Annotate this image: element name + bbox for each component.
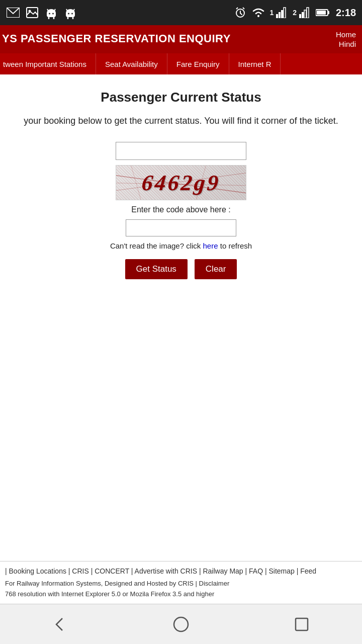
home-link[interactable]: Home xyxy=(336,30,356,39)
header-links: Home Hindi xyxy=(336,30,356,48)
description: your booking below to get the current st… xyxy=(24,114,338,128)
android2-icon xyxy=(63,6,77,20)
refresh-link[interactable]: here xyxy=(203,242,218,250)
svg-line-22 xyxy=(236,8,238,9)
nav-bar: tween Important Stations Seat Availabili… xyxy=(0,53,362,74)
header-title: YS PASSENGER RESERVATION ENQUIRY xyxy=(2,30,231,45)
bottom-nav xyxy=(0,604,362,644)
footer-info: For Railway Information Systems, Designe… xyxy=(0,579,362,604)
recents-button[interactable] xyxy=(282,609,322,639)
pnr-input[interactable] xyxy=(116,142,246,160)
wifi-icon xyxy=(251,6,265,20)
home-button[interactable] xyxy=(161,609,201,639)
signal1-icon xyxy=(275,6,289,20)
svg-rect-12 xyxy=(66,12,75,17)
button-row: Get Status Clear xyxy=(125,259,237,279)
enter-code-label: Enter the code above here : xyxy=(131,205,230,214)
get-status-button[interactable]: Get Status xyxy=(125,259,188,279)
svg-point-24 xyxy=(257,15,259,17)
status-bar-right: 1 2 xyxy=(233,6,356,20)
captcha-lines xyxy=(116,166,246,200)
svg-point-15 xyxy=(68,13,69,15)
svg-rect-35 xyxy=(317,11,326,15)
nav-item-fare-enquiry[interactable]: Fare Enquiry xyxy=(167,53,229,74)
signal2-icon xyxy=(298,6,312,20)
refresh-text: Can't read the image? click here to refr… xyxy=(110,242,252,250)
svg-rect-30 xyxy=(302,12,304,18)
hindi-link[interactable]: Hindi xyxy=(339,40,356,48)
footer-links: | Booking Locations | CRIS | CONCERT | A… xyxy=(0,561,362,579)
svg-rect-29 xyxy=(299,14,301,18)
mail-icon xyxy=(6,6,20,20)
nav-item-stations[interactable]: tween Important Stations xyxy=(0,53,96,74)
page-title: Passenger Current Status xyxy=(101,90,261,105)
svg-point-41 xyxy=(174,617,188,631)
status-bar-left xyxy=(6,6,77,20)
svg-line-13 xyxy=(66,9,67,11)
alarm-icon xyxy=(233,6,247,20)
nav-item-seat-availability[interactable]: Seat Availability xyxy=(96,53,167,74)
svg-line-39 xyxy=(131,166,141,200)
svg-rect-34 xyxy=(328,11,329,14)
svg-rect-4 xyxy=(47,12,56,17)
svg-line-6 xyxy=(54,9,55,11)
back-button[interactable] xyxy=(40,609,80,639)
svg-rect-26 xyxy=(279,12,281,18)
svg-point-16 xyxy=(71,13,73,15)
svg-rect-25 xyxy=(276,14,278,18)
clear-button[interactable]: Clear xyxy=(195,259,237,279)
header: YS PASSENGER RESERVATION ENQUIRY Home Hi… xyxy=(0,25,362,53)
battery-icon xyxy=(316,6,330,20)
captcha-input[interactable] xyxy=(126,219,236,236)
svg-line-5 xyxy=(47,9,48,11)
svg-rect-42 xyxy=(296,618,308,630)
svg-rect-31 xyxy=(304,10,306,18)
status-bar: 1 2 xyxy=(0,0,362,25)
signal1-group: 1 xyxy=(269,6,289,20)
main-content: Passenger Current Status your booking be… xyxy=(0,74,362,289)
nav-item-internet[interactable]: Internet R xyxy=(229,53,281,74)
android-icon xyxy=(44,6,58,20)
svg-point-8 xyxy=(52,13,54,15)
svg-line-23 xyxy=(243,8,244,9)
time-display: 2:18 xyxy=(336,7,356,19)
footer: | Booking Locations | CRIS | CONCERT | A… xyxy=(0,561,362,604)
svg-point-7 xyxy=(49,13,50,15)
image-icon xyxy=(25,6,39,20)
svg-rect-28 xyxy=(284,8,286,18)
svg-line-38 xyxy=(116,183,246,186)
svg-line-14 xyxy=(73,9,74,11)
svg-line-40 xyxy=(196,166,206,200)
form-area: 6462g9 Enter the code above here : Can't… xyxy=(10,142,352,279)
svg-rect-32 xyxy=(307,8,309,18)
signal2-group: 2 xyxy=(293,6,312,20)
svg-rect-27 xyxy=(281,10,283,18)
svg-line-21 xyxy=(240,13,242,15)
captcha-image: 6462g9 xyxy=(116,165,246,200)
